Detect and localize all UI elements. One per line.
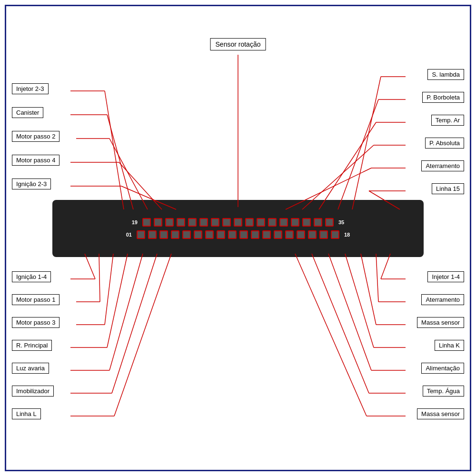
motor-passo-3-label: Motor passo 3: [12, 317, 60, 328]
pin-14: [285, 230, 294, 239]
pin-03: [159, 230, 168, 239]
temp-ar-label: Temp. Ar: [431, 115, 464, 126]
s-lambda-label: S. lambda: [427, 69, 464, 80]
connector-bottom-row: 01 18: [124, 230, 352, 239]
pin-33: [302, 218, 311, 227]
pin-31: [279, 218, 288, 227]
pin-27: [234, 218, 242, 227]
pin-28: [245, 218, 254, 227]
pin-29: [257, 218, 265, 227]
connector: 19 35 01: [52, 200, 424, 257]
pin-11: [251, 230, 259, 239]
pin-02: [148, 230, 157, 239]
pin-19: [142, 218, 151, 227]
temp-agua-label: Temp. Água: [423, 386, 464, 397]
pin-21: [165, 218, 174, 227]
pin-19-label: 19: [132, 219, 138, 225]
p-borboleta-label: P. Borboleta: [422, 92, 464, 103]
p-absoluta-label: P. Absoluta: [425, 138, 464, 149]
pin-20: [154, 218, 162, 227]
pin-13: [274, 230, 282, 239]
massa-sensor-1-label: Massa sensor: [417, 317, 464, 328]
pin-22: [177, 218, 185, 227]
pin-07: [205, 230, 214, 239]
pin-01-label: 01: [126, 232, 132, 238]
pin-23: [188, 218, 197, 227]
connector-top-row: 19 35: [130, 218, 347, 227]
pin-15: [297, 230, 305, 239]
pin-24: [199, 218, 208, 227]
linha-l-label: Linha L: [12, 408, 41, 419]
luz-avaria-label: Luz avaria: [12, 363, 49, 374]
pin-04: [171, 230, 179, 239]
ignicao-14-label: Ignição 1-4: [12, 271, 51, 282]
pin-18-label: 18: [344, 232, 350, 238]
pin-01: [137, 230, 145, 239]
pin-35: [325, 218, 334, 227]
motor-passo-2-label: Motor passo 2: [12, 131, 60, 142]
pin-17: [319, 230, 328, 239]
massa-sensor-2-label: Massa sensor: [417, 408, 464, 419]
pin-26: [222, 218, 231, 227]
pin-05: [182, 230, 191, 239]
sensor-rotacao-text: Sensor rotação: [216, 40, 261, 48]
canister-label: Canister: [12, 107, 43, 118]
pin-35-label: 35: [338, 219, 344, 225]
linha-15-label: Linha 15: [432, 183, 464, 194]
injetor-23-label: Injetor 2-3: [12, 83, 49, 94]
alimentacao-label: Alimentação: [421, 363, 464, 374]
injetor-14-label: Injetor 1-4: [427, 271, 464, 282]
pin-10: [239, 230, 248, 239]
pin-16: [308, 230, 317, 239]
pin-12: [262, 230, 271, 239]
sensor-rotacao-label: Sensor rotação: [210, 38, 266, 50]
pin-18: [331, 230, 339, 239]
pin-09: [228, 230, 237, 239]
pin-32: [291, 218, 299, 227]
motor-passo-4-label: Motor passo 4: [12, 155, 60, 166]
pin-25: [211, 218, 219, 227]
ignicao-23-label: Ignição 2-3: [12, 178, 51, 189]
imobilizador-label: Imobilizador: [12, 386, 54, 397]
aterramento-top-label: Aterramento: [421, 160, 464, 171]
r-principal-label: R. Principal: [12, 340, 52, 351]
pin-30: [268, 218, 277, 227]
motor-passo-1-label: Motor passo 1: [12, 294, 60, 305]
linha-k-label: Linha K: [435, 340, 464, 351]
pin-08: [217, 230, 225, 239]
pin-34: [314, 218, 322, 227]
pin-06: [194, 230, 202, 239]
aterramento-bot-label: Aterramento: [421, 294, 464, 305]
